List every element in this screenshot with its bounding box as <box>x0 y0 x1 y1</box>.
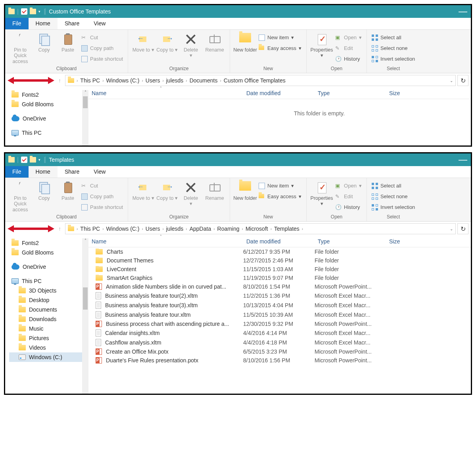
nav-up-button[interactable]: ↑ <box>56 226 63 232</box>
tab-file[interactable]: File <box>5 166 29 178</box>
file-row[interactable]: Create an Office Mix.potx 6/5/2015 3:23 … <box>88 347 471 356</box>
sidebar-item[interactable]: Windows (C:) <box>9 352 88 362</box>
scroll-thumb[interactable] <box>83 287 88 310</box>
file-row[interactable]: LiveContent 11/15/2015 1:03 AM File fold… <box>88 265 471 274</box>
sidebar-item[interactable]: This PC <box>9 276 88 286</box>
edit-button[interactable]: ✎Edit <box>335 192 362 201</box>
properties-button[interactable]: Properties▾ <box>310 180 334 213</box>
open-button[interactable]: ▣Open ▾ <box>335 33 362 42</box>
tab-home[interactable]: Home <box>29 18 58 29</box>
sidebar-item[interactable]: Fonts2 <box>9 238 88 248</box>
minimize-button[interactable]: — <box>455 155 471 164</box>
invert-selection-button[interactable]: Invert selection <box>372 203 415 212</box>
scroll-up-icon[interactable]: ˄ <box>82 238 88 245</box>
move-to-button[interactable]: Move to ▾ <box>131 31 155 65</box>
scroll-up-icon[interactable]: ˄ <box>82 90 88 96</box>
chevron-down-icon[interactable]: ⌄ <box>450 227 453 231</box>
breadcrumb-segment[interactable]: This PC <box>80 77 100 84</box>
properties-qat-icon[interactable] <box>21 8 27 15</box>
folder-icon[interactable] <box>30 157 36 163</box>
sidebar-item[interactable]: 3D Objects <box>9 286 88 295</box>
breadcrumb-segment[interactable]: Roaming <box>217 226 240 232</box>
paste-button[interactable]: Paste <box>56 31 80 65</box>
select-all-button[interactable]: Select all <box>372 182 415 190</box>
pin-to-quick-access-button[interactable]: Pin to Quick access <box>8 31 32 65</box>
titlebar[interactable]: | ▾ | Templates — <box>5 153 471 166</box>
properties-qat-icon[interactable] <box>21 157 27 163</box>
breadcrumb-segment[interactable]: Users <box>146 77 160 84</box>
new-item-button[interactable]: New item ▾ <box>259 182 301 190</box>
breadcrumb-segment[interactable]: Users <box>146 226 160 232</box>
file-row[interactable]: SmartArt Graphics 11/19/2015 9:07 PM Fil… <box>88 274 471 282</box>
cut-button[interactable]: ✂Cut <box>81 33 123 42</box>
sidebar-scrollbar[interactable]: ˄ <box>82 90 88 145</box>
sidebar-item[interactable]: This PC <box>9 128 88 138</box>
tab-view[interactable]: View <box>86 18 113 29</box>
select-none-button[interactable]: Select none <box>372 192 415 201</box>
titlebar[interactable]: | ▾ | Custom Office Templates — <box>5 5 471 18</box>
select-all-button[interactable]: Select all <box>372 33 415 42</box>
file-row[interactable]: Duarte's Five Rules presentation.potx 8/… <box>88 356 471 365</box>
breadcrumb-segment[interactable]: Templates <box>274 226 299 232</box>
copy-button[interactable]: Copy <box>32 31 56 65</box>
history-button[interactable]: 🕑History <box>335 55 362 63</box>
file-row[interactable]: Calendar insights.xltm 4/4/2016 4:14 PM … <box>88 328 471 338</box>
move-to-button[interactable]: Move to ▾ <box>131 180 155 213</box>
sidebar-scrollbar[interactable]: ˄ <box>82 238 88 394</box>
sidebar-item[interactable]: OneDrive <box>9 114 88 123</box>
breadcrumb-segment[interactable]: Windows (C:) <box>106 226 139 232</box>
file-row[interactable]: Document Themes 12/27/2015 2:46 PM File … <box>88 256 471 265</box>
copy-to-button[interactable]: Copy to ▾ <box>155 31 179 65</box>
file-row[interactable]: Animation slide Numbers slide in on curv… <box>88 282 471 291</box>
properties-button[interactable]: Properties▾ <box>310 31 334 65</box>
tab-share[interactable]: Share <box>58 18 86 29</box>
breadcrumb-segment[interactable]: julesds <box>166 77 184 84</box>
sidebar-item[interactable]: Pictures <box>9 333 88 343</box>
sidebar-item[interactable]: Downloads <box>9 314 88 324</box>
address-bar[interactable]: ›This PC›Windows (C:)›Users›julesds›Docu… <box>65 75 456 86</box>
invert-selection-button[interactable]: Invert selection <box>372 55 415 63</box>
chevron-down-icon[interactable]: ⌄ <box>450 78 453 83</box>
column-header-type[interactable]: Type <box>315 90 386 96</box>
column-header-date[interactable]: Date modified <box>243 90 315 96</box>
copy-path-button[interactable]: Copy path <box>81 192 123 201</box>
copy-button[interactable]: Copy <box>32 180 56 213</box>
minimize-button[interactable]: — <box>455 7 471 16</box>
file-row[interactable]: Business analysis feature tour(3).xltm 1… <box>88 300 471 310</box>
easy-access-button[interactable]: Easy access ▾ <box>259 44 301 53</box>
sidebar-item[interactable]: Fonts2 <box>9 90 88 100</box>
sidebar-item[interactable]: Videos <box>9 343 88 352</box>
pin-to-quick-access-button[interactable]: Pin to Quick access <box>8 180 32 213</box>
column-header-date[interactable]: Date modified <box>243 238 315 245</box>
paste-button[interactable]: Paste <box>56 180 80 213</box>
open-button[interactable]: ▣Open ▾ <box>335 182 362 190</box>
new-folder-button[interactable]: New folder <box>233 31 257 65</box>
column-header-name[interactable]: ˄Name <box>88 90 243 96</box>
sidebar-item[interactable]: Documents <box>9 305 88 314</box>
folder-icon[interactable] <box>30 9 36 14</box>
tab-share[interactable]: Share <box>58 166 86 178</box>
column-header-type[interactable]: Type <box>315 238 386 245</box>
tab-home[interactable]: Home <box>29 166 58 178</box>
file-row[interactable]: Cashflow analysis.xltm 4/4/2016 4:18 PM … <box>88 338 471 347</box>
sidebar-item[interactable]: Desktop <box>9 295 88 305</box>
copy-path-button[interactable]: Copy path <box>81 44 123 53</box>
copy-to-button[interactable]: Copy to ▾ <box>155 180 179 213</box>
sidebar-item[interactable]: Music <box>9 324 88 333</box>
rename-button[interactable]: Rename <box>203 31 226 65</box>
refresh-button[interactable]: ↻ <box>457 223 468 234</box>
paste-shortcut-button[interactable]: Paste shortcut <box>81 203 123 212</box>
edit-button[interactable]: ✎Edit <box>335 44 362 53</box>
breadcrumb-segment[interactable]: AppData <box>190 226 211 232</box>
new-folder-button[interactable]: New folder <box>233 180 257 213</box>
qat-dropdown-icon[interactable]: ▾ <box>38 10 40 13</box>
breadcrumb-segment[interactable]: Microsoft <box>246 226 268 232</box>
nav-up-button[interactable]: ↑ <box>56 77 63 84</box>
breadcrumb-segment[interactable]: This PC <box>80 226 100 232</box>
address-bar[interactable]: ›This PC›Windows (C:)›Users›julesds›AppD… <box>65 223 456 234</box>
breadcrumb-segment[interactable]: julesds <box>166 226 184 232</box>
file-row[interactable]: Charts 6/12/2017 9:35 PM File folder <box>88 247 471 256</box>
tab-view[interactable]: View <box>86 166 113 178</box>
file-row[interactable]: Business analysis feature tour.xltm 11/5… <box>88 310 471 320</box>
rename-button[interactable]: Rename <box>203 180 226 213</box>
